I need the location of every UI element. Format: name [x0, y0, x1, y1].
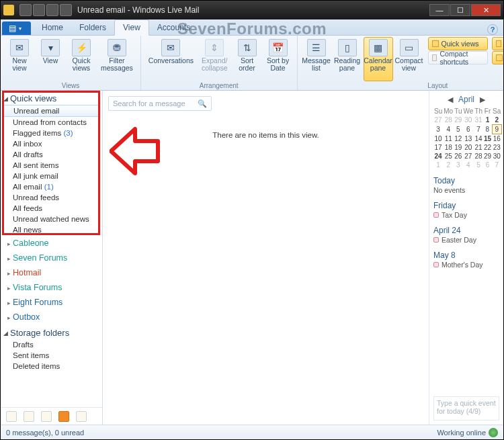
calendar-day[interactable]: 9 — [492, 125, 501, 134]
calendar-day[interactable]: 2 — [492, 116, 501, 125]
calendar-day[interactable]: 3 — [433, 125, 443, 134]
calendar-day[interactable]: 29 — [483, 152, 492, 161]
calendar-day[interactable]: 4 — [443, 125, 454, 134]
calendar-day[interactable]: 28 — [443, 116, 454, 125]
help-icon[interactable]: ? — [487, 24, 498, 35]
calendar-icon[interactable] — [24, 411, 34, 422]
sidebar-item[interactable]: All inbox — [1, 138, 102, 149]
sidebar-account[interactable]: ▸Cableone — [1, 235, 102, 250]
newsgroups-icon[interactable] — [76, 411, 87, 422]
next-month-icon[interactable]: ▶ — [480, 95, 485, 104]
calendar-day[interactable]: 8 — [483, 125, 492, 134]
sidebar-item[interactable]: All drafts — [1, 149, 102, 160]
calendar-day[interactable]: 10 — [433, 134, 443, 144]
qat-btn[interactable] — [33, 4, 45, 16]
status-bar-toggle[interactable]: Status bar — [492, 51, 504, 64]
sidebar-item[interactable]: Drafts — [1, 339, 102, 350]
sidebar-item[interactable]: Unread email — [3, 105, 99, 117]
calendar-day[interactable]: 6 — [483, 161, 492, 169]
calendar-day[interactable]: 25 — [443, 152, 454, 161]
calendar-day[interactable]: 14 — [474, 134, 483, 144]
quick-views-button[interactable]: ⚡Quick views — [67, 37, 96, 81]
calendar-day[interactable]: 13 — [462, 134, 474, 144]
quick-views-header[interactable]: ◢Quick views — [1, 91, 102, 105]
calendar-pane-button[interactable]: ▦Calendar pane — [364, 37, 393, 81]
sidebar-item[interactable]: All email (1) — [1, 181, 102, 192]
calendar-day[interactable]: 7 — [492, 161, 501, 169]
calendar-day[interactable]: 1 — [483, 116, 492, 125]
event-item[interactable]: Mother's Day — [433, 261, 499, 269]
sidebar-item[interactable]: Unread from contacts — [1, 117, 102, 128]
tab-home[interactable]: Home — [34, 20, 71, 35]
calendar-day[interactable]: 4 — [462, 161, 474, 169]
calendar-day[interactable]: 5 — [474, 161, 483, 169]
sidebar-item[interactable]: Sent items — [1, 350, 102, 361]
calendar-day[interactable]: 30 — [492, 152, 501, 161]
calendar-day[interactable]: 11 — [443, 134, 454, 144]
mail-icon[interactable] — [6, 411, 17, 422]
sidebar-item[interactable]: Unread watched news — [1, 214, 102, 224]
qat-btn[interactable] — [60, 4, 72, 16]
conversations-button[interactable]: ✉Conversations — [145, 37, 197, 81]
tab-accounts[interactable]: Accounts — [149, 20, 198, 35]
calendar-day[interactable]: 27 — [462, 152, 474, 161]
calendar-day[interactable]: 31 — [474, 116, 483, 125]
sidebar-account[interactable]: ▸Vista Forums — [1, 279, 102, 294]
sort-order-button[interactable]: ⇅Sort order — [233, 37, 262, 81]
event-item[interactable]: Tax Day — [433, 211, 499, 219]
calendar-day[interactable]: 5 — [454, 125, 462, 134]
prev-month-icon[interactable]: ◀ — [448, 95, 453, 104]
tab-folders[interactable]: Folders — [71, 20, 114, 35]
calendar-day[interactable]: 28 — [474, 152, 483, 161]
calendar-day[interactable]: 18 — [443, 143, 454, 152]
sidebar-item[interactable]: All junk email — [1, 171, 102, 181]
calendar-day[interactable]: 22 — [483, 143, 492, 152]
message-list-button[interactable]: ☰Message list — [302, 37, 331, 81]
reading-pane-button[interactable]: ▯Reading pane — [333, 37, 362, 81]
sidebar-account[interactable]: ▸Eight Forums — [1, 294, 102, 309]
sidebar-item[interactable]: All feeds — [1, 203, 102, 214]
file-menu[interactable]: ▤▾ — [2, 21, 31, 35]
calendar-day[interactable]: 7 — [474, 125, 483, 134]
feeds-icon[interactable] — [58, 411, 69, 422]
quick-event-input[interactable]: Type a quick event for today (4/9) — [433, 396, 499, 421]
minimize-button[interactable]: — — [429, 4, 450, 16]
calendar-day[interactable]: 20 — [462, 143, 474, 152]
calendar-day[interactable]: 2 — [443, 161, 454, 169]
calendar-day[interactable]: 27 — [433, 116, 443, 125]
filter-messages-button[interactable]: ⛃Filter messages — [97, 37, 136, 81]
view-button[interactable]: ▾View — [36, 37, 65, 81]
storage-folders-header[interactable]: ◢Storage folders — [1, 325, 102, 339]
compact-view-button[interactable]: ▭Compact view — [394, 37, 424, 81]
calendar-day[interactable]: 1 — [433, 161, 443, 169]
qat-btn[interactable] — [46, 4, 58, 16]
calendar-day[interactable]: 26 — [454, 152, 462, 161]
calendar-day[interactable]: 3 — [454, 161, 462, 169]
sidebar-item[interactable]: Unread feeds — [1, 192, 102, 203]
quick-views-toggle[interactable]: Quick views — [428, 37, 488, 50]
calendar-day[interactable]: 16 — [492, 134, 501, 144]
sidebar-item[interactable]: All sent items — [1, 160, 102, 171]
compact-shortcuts-toggle[interactable]: Compact shortcuts — [428, 51, 488, 64]
sidebar-account[interactable]: ▸Hotmail — [1, 265, 102, 279]
month-label[interactable]: April — [458, 95, 474, 104]
calendar-day[interactable]: 24 — [433, 152, 443, 161]
sidebar-account[interactable]: ▸Outbox — [1, 309, 102, 324]
new-view-button[interactable]: ✉New view — [5, 37, 34, 81]
calendar-day[interactable]: 30 — [462, 116, 474, 125]
sidebar-item[interactable]: Flagged items (3) — [1, 128, 102, 138]
qat-btn[interactable] — [19, 4, 32, 16]
calendar-day[interactable]: 21 — [474, 143, 483, 152]
storage-folders-toggle[interactable]: Storage folders — [492, 37, 504, 50]
sidebar-item[interactable]: Deleted items — [1, 361, 102, 371]
calendar-day[interactable]: 12 — [454, 134, 462, 144]
sidebar-item[interactable]: All news — [1, 224, 102, 235]
calendar-day[interactable]: 17 — [433, 143, 443, 152]
search-input[interactable]: Search for a message 🔍 — [108, 96, 212, 111]
calendar-day[interactable]: 23 — [492, 143, 501, 152]
sidebar-account[interactable]: ▸Seven Forums — [1, 250, 102, 265]
sort-by-date-button[interactable]: 📅Sort by Date — [263, 37, 293, 81]
expand-collapse-button[interactable]: ⇕Expand/ collapse — [198, 37, 231, 81]
maximize-button[interactable]: ☐ — [450, 4, 470, 16]
calendar-day[interactable]: 6 — [462, 125, 474, 134]
